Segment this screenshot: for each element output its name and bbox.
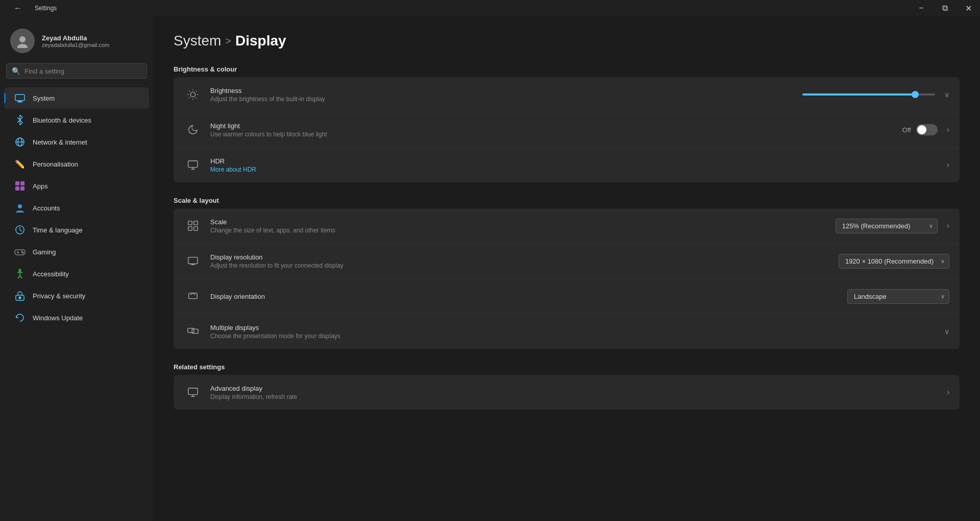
night-light-toggle-label: Off [902,126,911,134]
section-related-settings-heading: Related settings [174,363,960,371]
hdr-subtitle-link[interactable]: More about HDR [210,166,943,173]
svg-rect-36 [188,221,192,225]
svg-rect-38 [188,227,192,230]
sidebar-item-system-label: System [33,94,55,102]
row-display-resolution[interactable]: Display resolution Adjust the resolution… [174,244,960,279]
sidebar-item-update[interactable]: Windows Update [4,307,149,328]
titlebar-title: Settings [35,5,57,12]
sidebar-item-gaming-label: Gaming [33,248,56,256]
sidebar-item-system[interactable]: System [4,87,149,109]
minimize-button[interactable]: − [910,0,933,16]
sidebar-item-apps[interactable]: Apps [4,175,149,197]
nav-list: System Bluetooth & devices [0,87,153,329]
svg-rect-11 [20,186,24,191]
svg-line-15 [20,230,22,231]
personalisation-icon: ✏️ [14,158,26,170]
accessibility-icon [14,268,26,279]
display-orientation-dropdown-value: Landscape [854,293,887,300]
sidebar-item-network-label: Network & internet [33,138,87,146]
sidebar-item-gaming[interactable]: Gaming [4,241,149,263]
sidebar-item-time[interactable]: Time & language [4,219,149,241]
scale-dropdown[interactable]: 125% (Recommended) ∨ [836,219,938,233]
svg-rect-4 [17,102,22,103]
display-orientation-text: Display orientation [210,293,847,300]
close-button[interactable]: ✕ [957,0,980,16]
sidebar-item-bluetooth[interactable]: Bluetooth & devices [4,109,149,131]
sidebar-item-personalisation[interactable]: ✏️ Personalisation [4,153,149,175]
sidebar-item-privacy[interactable]: Privacy & security [4,285,149,306]
titlebar-left: ← Settings [6,0,57,16]
sidebar-item-accessibility[interactable]: Accessibility [4,263,149,285]
sidebar-item-accessibility-label: Accessibility [33,270,69,278]
svg-rect-40 [188,257,198,264]
row-multiple-displays[interactable]: Multiple displays Choose the presentatio… [174,314,960,349]
svg-rect-43 [189,293,198,299]
multiple-displays-subtitle: Choose the presentation mode for your di… [210,333,940,340]
display-resolution-text: Display resolution Adjust the resolution… [210,253,839,269]
scale-control: 125% (Recommended) ∨ › [836,219,949,233]
sidebar-item-bluetooth-label: Bluetooth & devices [33,116,91,124]
night-light-text: Night light Use warmer colours to help b… [210,122,902,138]
scale-dropdown-value: 125% (Recommended) [842,222,911,230]
scale-dropdown-chevron: ∨ [929,223,933,229]
display-orientation-dropdown[interactable]: Landscape ∨ [847,289,949,304]
back-button[interactable]: ← [6,0,30,16]
svg-rect-46 [188,388,198,395]
card-related-settings: Advanced display Display information, re… [174,375,960,410]
svg-rect-33 [188,161,198,168]
row-advanced-display[interactable]: Advanced display Display information, re… [174,375,960,410]
display-resolution-dropdown[interactable]: 1920 × 1080 (Recommended) ∨ [839,254,949,269]
multiple-displays-chevron: ∨ [944,327,949,336]
sidebar-item-apps-label: Apps [33,182,48,190]
scale-icon [184,217,202,235]
scale-subtitle: Change the size of text, apps, and other… [210,227,836,234]
gaming-icon [14,246,26,257]
search-input[interactable] [24,67,141,75]
apps-icon [14,180,26,192]
svg-rect-10 [15,186,19,191]
svg-rect-8 [15,181,19,185]
night-light-toggle[interactable] [916,124,938,135]
row-display-orientation[interactable]: Display orientation Landscape ∨ [174,279,960,314]
display-orientation-icon [184,287,202,305]
multiple-displays-control: ∨ [940,327,949,336]
user-name: Zeyad Abdulla [42,34,109,42]
svg-point-24 [190,92,195,97]
hdr-chevron: › [947,160,949,170]
search-container: 🔍 [0,63,153,87]
card-scale-layout: Scale Change the size of text, apps, and… [174,208,960,349]
breadcrumb-current: Display [235,33,286,49]
time-icon [14,224,26,235]
hdr-control: › [943,160,949,170]
section-scale-layout-heading: Scale & layout [174,197,960,204]
user-profile[interactable]: Zeyad Abdulla zeyadabdulla1@gmail.com [0,16,153,63]
svg-point-21 [19,269,21,271]
svg-line-28 [196,98,197,98]
display-orientation-control: Landscape ∨ [847,289,949,304]
row-brightness[interactable]: Brightness Adjust the brightness of the … [174,77,960,112]
restore-button[interactable]: ⧉ [933,0,957,16]
row-night-light[interactable]: Night light Use warmer colours to help b… [174,112,960,148]
bluetooth-icon [14,114,26,126]
breadcrumb-arrow: > [225,35,231,47]
row-hdr[interactable]: HDR More about HDR › [174,148,960,182]
sidebar-item-network[interactable]: Network & internet [4,131,149,153]
sidebar-item-accounts[interactable]: Accounts [4,197,149,219]
hdr-text: HDR More about HDR [210,157,943,173]
row-scale[interactable]: Scale Change the size of text, apps, and… [174,208,960,244]
content-area: System > Display Brightness & colour [153,16,980,521]
display-resolution-title: Display resolution [210,253,839,261]
advanced-display-icon [184,383,202,401]
avatar [10,29,35,53]
hdr-title: HDR [210,157,943,165]
svg-point-1 [17,44,28,48]
advanced-display-chevron: › [947,388,949,397]
sidebar-item-update-label: Windows Update [33,314,83,322]
svg-line-31 [189,98,190,98]
brightness-subtitle: Adjust the brightness of the built-in di… [210,96,802,103]
scale-text: Scale Change the size of text, apps, and… [210,218,836,234]
user-info: Zeyad Abdulla zeyadabdulla1@gmail.com [42,34,109,48]
brightness-slider[interactable] [802,93,935,96]
multiple-displays-text: Multiple displays Choose the presentatio… [210,324,940,340]
night-light-control: Off › [902,124,949,135]
